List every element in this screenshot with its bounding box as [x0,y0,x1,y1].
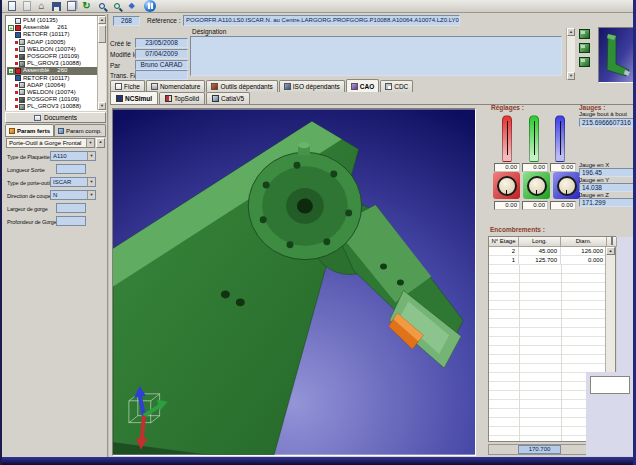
largeur-gorge-field[interactable] [56,203,86,213]
knob-green-value[interactable]: 0.00 [522,201,548,210]
col-options[interactable] [607,237,617,247]
designation-scrollbar[interactable]: ▲ ▼ [566,28,575,80]
by-field[interactable]: Bruno CARAD [135,60,188,70]
expander-icon[interactable]: + [8,25,14,31]
slider-red-value[interactable]: 0.00 [494,163,520,172]
chevron-down-icon[interactable]: ▼ [86,139,94,147]
modified-field[interactable]: 07/04/2009 [135,49,188,59]
open-document-icon[interactable] [20,1,33,12]
reference-field[interactable]: POGORFR.A110.LS0.ISCAR.N. au Centre.LARG… [183,15,460,26]
scroll-up-icon[interactable]: ▲ [606,247,615,255]
copy-document-icon[interactable] [65,1,78,12]
model-preview [598,27,635,83]
table-row[interactable]: 1 125.700 0.000 [489,256,615,265]
tree-item[interactable]: RETOFR (10117) [7,31,97,38]
scroll-up-icon[interactable]: ▲ [567,28,575,36]
assembly-tree: PLM (10135) +Assemblé261 RETOFR (10117) … [5,15,106,111]
splitter[interactable] [107,14,109,457]
tree-item[interactable]: ADAP (10005) [7,39,97,46]
tab-cao[interactable]: CAO [346,79,379,92]
form-scroll-up-icon[interactable]: ▲ [96,138,105,148]
tree-item[interactable]: POSGOFR (10109) [7,53,97,60]
profondeur-gorge-field[interactable] [56,216,86,226]
plaquette-select[interactable]: A110▼ [50,151,96,161]
chevron-down-icon[interactable]: ▼ [87,178,95,186]
main-toolbar: ⌂ ↻ ◆ [2,0,636,13]
grid-icon [58,128,64,134]
direction-coupe-select[interactable]: N▼ [50,190,96,200]
tree-item[interactable]: PL_GROV3 (10088) [7,60,97,67]
tree-item[interactable]: PLM (10135) [7,17,97,24]
refresh-icon[interactable]: ↻ [80,1,93,12]
pause-orb-icon[interactable] [140,0,156,12]
slider-green-value[interactable]: 0.00 [522,163,548,172]
document-icon [34,115,41,121]
field-label: Direction de coupe [7,193,51,199]
scroll-down-icon[interactable]: ▼ [98,102,106,110]
spare-field[interactable] [590,376,630,394]
knob-blue[interactable] [553,172,580,199]
knob-red-value[interactable]: 0.00 [494,201,520,210]
green-cube-icon[interactable] [579,43,590,53]
tree-item-group[interactable]: +Assemblé261 [7,24,97,31]
search-icon[interactable] [95,1,108,12]
created-label: Créé le [110,40,131,47]
scroll-thumb[interactable] [98,25,106,43]
main-tabs: Fiche Nomenclature Outils dépendants ISO… [110,79,634,92]
knob-dial[interactable] [497,176,517,196]
slider-blue-value[interactable]: 0.00 [550,163,576,172]
knob-blue-value[interactable]: 0.00 [550,201,576,210]
knob-dial[interactable] [557,176,577,196]
knob-red[interactable] [493,172,520,199]
porte-outil-select[interactable]: ISCAR▼ [50,177,96,187]
slider-red[interactable] [502,115,512,162]
green-cube-icon[interactable] [579,29,590,39]
documents-button[interactable]: Documents [5,112,106,123]
tool-family-select[interactable]: Porte-Outil à Gorge Frontal ▼ [6,138,95,148]
field-label: Profondeur de Gorge [7,219,57,225]
tab-param-comp[interactable]: Param comp. [54,124,106,136]
subtab-catiav5[interactable]: CatiaV5 [206,92,250,104]
expander-icon[interactable]: + [8,68,14,74]
adapter-icon [19,89,25,95]
longueur-sortie-field[interactable] [56,164,86,174]
subtab-ncsimul[interactable]: NCSimul [110,91,158,104]
created-field[interactable]: 23/05/2008 [135,38,188,48]
tab-iso-dependants[interactable]: ISO dépendants [279,80,345,92]
jauge-z-value: 171.299 [579,198,636,207]
subtab-topsolid[interactable]: TopSolid [159,92,205,104]
knob-dial[interactable] [527,176,547,196]
slider-green[interactable] [529,115,539,162]
new-document-icon[interactable] [5,1,18,12]
3d-viewport[interactable] [112,108,476,456]
jauge-y-value: 14.038 [579,183,636,192]
tree-item[interactable]: ADAP (10064) [7,82,97,89]
tree-item[interactable]: POSGOFR (10109) [7,96,97,103]
param-tabs: Param ferts Param comp. [5,124,106,136]
gem-icon[interactable]: ◆ [125,1,138,12]
tool-model [113,109,475,455]
designation-field[interactable] [190,36,562,76]
col-diam: Diam. [561,237,607,247]
tree-item[interactable]: WELDON (10074) [7,89,97,96]
tree-item[interactable]: WELDON (10074) [7,46,97,53]
catia-icon [212,95,219,102]
tab-param-ferts[interactable]: Param ferts [5,124,54,136]
home-icon[interactable]: ⌂ [35,1,48,12]
tree-scrollbar[interactable]: ▲ ▼ [97,16,106,110]
search-plus-icon[interactable] [110,1,123,12]
chevron-down-icon[interactable]: ▼ [87,152,95,160]
tree-item[interactable]: PL_GROV3 (10088) [7,103,97,110]
tab-outils-dependants[interactable]: Outils dépendants [206,80,277,92]
designation-label: Désignation [192,28,226,35]
table-row[interactable]: 2 45.000 126.000 [489,247,615,256]
knob-green[interactable] [523,172,550,199]
tree-item-group-selected[interactable]: +Assemblé260 [7,67,97,74]
slider-blue[interactable] [555,115,565,162]
green-cube-icon[interactable] [579,57,590,67]
tab-cdc[interactable]: CDC [380,80,413,92]
tree-item[interactable]: RETOFR (10117) [7,75,97,82]
chevron-down-icon[interactable]: ▼ [87,191,95,199]
save-icon[interactable] [50,1,63,12]
scroll-up-icon[interactable]: ▲ [98,16,106,24]
